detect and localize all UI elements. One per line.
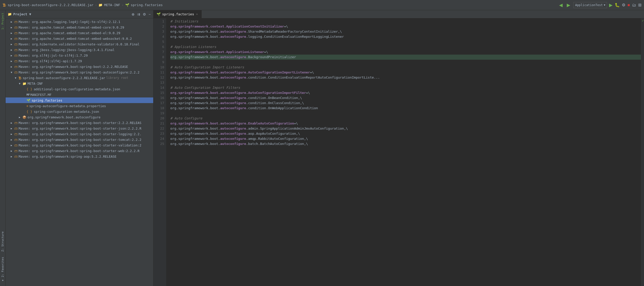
- code-line-21: org.springframework.boot.autoconfigure.E…: [170, 121, 641, 126]
- navigate-back-button[interactable]: ◀: [558, 2, 564, 8]
- maven-icon: 🗃: [14, 42, 18, 46]
- tree-arrow: ▶: [11, 155, 14, 158]
- code-line-2: org.springframework.context.ApplicationC…: [170, 24, 641, 29]
- tree-item-starter-logging[interactable]: ▶ 🗃 Maven: org.springframework.boot:spri…: [6, 131, 153, 137]
- project-panel: 📁 Project ▼ ⊕ ⇉ ⚙ − ▶ 🗃 Maven: org.apach…: [6, 10, 153, 286]
- code-line-1: # Initializers: [170, 19, 641, 24]
- tree-item-starter-web[interactable]: ▶ 🗃 Maven: org.springframework.boot:spri…: [6, 148, 153, 154]
- sidebar-item-favorites[interactable]: ★ 2: Favorites: [0, 254, 5, 285]
- tree-arrow: ▶: [11, 54, 14, 57]
- tree-item-configuration-metadata[interactable]: { } spring-configuration-metadata.json: [6, 109, 153, 114]
- minimize-panel-button[interactable]: −: [148, 12, 151, 17]
- json-icon: { }: [27, 87, 32, 91]
- tree-item-manifest[interactable]: MF MANIFEST.MF: [6, 92, 153, 97]
- tab-icon: 🌱: [157, 12, 161, 16]
- code-line-19: [170, 111, 641, 116]
- maven-icon: 🗃: [14, 138, 18, 142]
- settings-button[interactable]: ⊞: [638, 3, 641, 7]
- code-content: # Initializers org.springframework.conte…: [166, 18, 641, 286]
- tab-label: spring.factories: [162, 12, 194, 16]
- title-bar: 🗜 spring-boot-autoconfigure-2.2.2.RELEAS…: [0, 0, 644, 10]
- tree-arrow: ▶: [11, 20, 14, 23]
- tree-item-meta-inf[interactable]: ▼ 📁 META-INF: [6, 81, 153, 86]
- tree-arrow: ▶: [19, 116, 22, 119]
- tree-item-spring-boot[interactable]: ▶ 🗃 Maven: org.springframework.boot:spri…: [6, 64, 153, 69]
- code-line-11: org.springframework.boot.autoconfigure.A…: [170, 70, 641, 75]
- tree-item-tomcat-ws[interactable]: ▶ 🗃 Maven: org.apache.tomcat.embed:tomca…: [6, 36, 153, 41]
- tree-item-starter-tomcat[interactable]: ▶ 🗃 Maven: org.springframework.boot:spri…: [6, 137, 153, 142]
- breadcrumb: 🗜 spring-boot-autoconfigure-2.2.2.RELEAS…: [3, 3, 558, 7]
- coverage-button[interactable]: ⚙: [622, 3, 625, 7]
- factories-icon: 🌱: [125, 3, 129, 7]
- folder-icon: 📁: [98, 3, 102, 7]
- maven-icon: 🗃: [14, 59, 18, 63]
- code-line-15: org.springframework.boot.autoconfigure.A…: [170, 90, 641, 95]
- dropdown-arrow-icon: ▼: [604, 4, 605, 6]
- mf-icon: MF: [27, 93, 30, 96]
- tree-item-jar-node[interactable]: ▼ 🗜 spring-boot-autoconfigure-2.2.2.RELE…: [6, 75, 153, 81]
- code-line-6: # Application Listeners: [170, 44, 641, 49]
- run-config-dropdown[interactable]: ApplicationTest ▼: [573, 2, 607, 8]
- tree-item-additional-metadata[interactable]: { } additional-spring-configuration-meta…: [6, 86, 153, 92]
- tree-item-tomcat-el[interactable]: ▶ 🗃 Maven: org.apache.tomcat.embed:tomca…: [6, 30, 153, 36]
- code-editor[interactable]: 1 2 3 4 5 6 7 8 9 10 11 12 13 14 15 16 1…: [153, 18, 644, 286]
- panel-header: 📁 Project ▼ ⊕ ⇉ ⚙ −: [6, 10, 153, 18]
- code-line-3: org.springframework.boot.autoconfigure.S…: [170, 29, 641, 34]
- tree-item-starter-validation[interactable]: ▶ 🗃 Maven: org.springframework.boot:spri…: [6, 142, 153, 148]
- maven-icon: 🗃: [14, 132, 18, 136]
- tree-item-slf4j-api[interactable]: ▶ 🗃 Maven: org.slf4j:slf4j-api:1.7.29: [6, 58, 153, 64]
- maven-icon: 🗃: [14, 48, 18, 52]
- editor-scrollbar[interactable]: ✓: [641, 18, 644, 286]
- editor-area: 🌱 spring.factories ✕ 1 2 3 4 5 6 7 8 9 1…: [153, 10, 644, 286]
- tree-item-spring-factories[interactable]: 🌱 spring.factories: [6, 97, 153, 103]
- tree-item-log4j[interactable]: ▶ 🗃 Maven: org.apache.logging.log4j:log4…: [6, 19, 153, 24]
- tree-item-jul[interactable]: ▶ 🗃 Maven: org.slf4j:jul-to-slf4j:1.7.29: [6, 53, 153, 58]
- run-button[interactable]: ▶: [609, 2, 613, 8]
- code-line-16: org.springframework.boot.autoconfigure.c…: [170, 95, 641, 101]
- tree-arrow: ▶: [11, 32, 14, 34]
- tree-arrow: ▶: [11, 26, 14, 29]
- tree-item-jboss[interactable]: ▶ 🗃 Maven: org.jboss.logging:jboss-loggi…: [6, 47, 153, 53]
- code-line-7: org.springframework.context.ApplicationL…: [170, 49, 641, 55]
- maven-icon: 🗃: [14, 121, 18, 125]
- collapse-button[interactable]: ⇉: [137, 12, 141, 17]
- tab-spring-factories[interactable]: 🌱 spring.factories ✕: [153, 10, 202, 18]
- tree-item-spring-aop[interactable]: ▶ 🗃 Maven: org.springframework:spring-ao…: [6, 154, 153, 159]
- tree-item-hibernate[interactable]: ▶ 🗃 Maven: org.hibernate.validator:hiber…: [6, 41, 153, 47]
- sidebar-item-project[interactable]: 1: Project: [0, 10, 5, 32]
- tree-item-package[interactable]: ▶ 📦 org.springframework.boot.autoconfigu…: [6, 114, 153, 120]
- maven-icon: 🗃: [14, 31, 18, 35]
- breadcrumb-folder: META-INF: [104, 3, 120, 7]
- tree-arrow: ▼: [15, 77, 18, 79]
- tree-arrow: ▶: [11, 121, 14, 124]
- tree-item-tomcat-core[interactable]: ▶ 🗃 Maven: org.apache.tomcat.embed:tomca…: [6, 24, 153, 30]
- tree-item-starter[interactable]: ▶ 🗃 Maven: org.springframework.boot:spri…: [6, 120, 153, 126]
- project-structure-button[interactable]: 🗂: [632, 3, 636, 7]
- tree-item-autoconfigure-parent[interactable]: ▼ 🗃 Maven: org.springframework.boot:spri…: [6, 69, 153, 75]
- navigate-forward-button[interactable]: ▶: [566, 2, 571, 8]
- tree-arrow: ▶: [11, 37, 14, 40]
- sidebar-item-structure[interactable]: Z: Structure: [0, 229, 5, 254]
- tree-arrow: ▶: [11, 144, 14, 147]
- stop-button[interactable]: ■: [627, 3, 630, 7]
- json2-icon: { }: [27, 110, 32, 114]
- project-tree: ▶ 🗃 Maven: org.apache.logging.log4j:log4…: [6, 18, 153, 286]
- code-line-14: # Auto Configuration Import Filters: [170, 85, 641, 90]
- code-line-25: org.springframework.boot.autoconfigure.b…: [170, 141, 641, 146]
- add-content-button[interactable]: ⊕: [131, 12, 135, 17]
- tree-item-starter-json[interactable]: ▶ 🗃 Maven: org.springframework.boot:spri…: [6, 126, 153, 131]
- run-config-label: ApplicationTest: [575, 3, 603, 7]
- code-line-10: # Auto Configuration Import Listeners: [170, 65, 641, 70]
- tree-arrow: ▶: [11, 133, 14, 135]
- tree-item-autoconfigure-metadata[interactable]: ⚙ spring-autoconfigure-metadata.properti…: [6, 103, 153, 109]
- tab-close-button[interactable]: ✕: [196, 13, 198, 16]
- maven-icon: 🗃: [14, 143, 18, 147]
- code-line-12: org.springframework.boot.autoconfigure.c…: [170, 75, 641, 80]
- code-line-18: org.springframework.boot.autoconfigure.c…: [170, 106, 641, 111]
- debug-button[interactable]: 🐛: [615, 3, 620, 7]
- code-line-22: org.springframework.boot.autoconfigure.a…: [170, 126, 641, 131]
- maven-icon: 🗃: [14, 20, 18, 24]
- spring-factories-icon: 🌱: [27, 98, 31, 102]
- panel-title: Project ▼: [13, 12, 130, 16]
- settings-panel-button[interactable]: ⚙: [142, 12, 147, 17]
